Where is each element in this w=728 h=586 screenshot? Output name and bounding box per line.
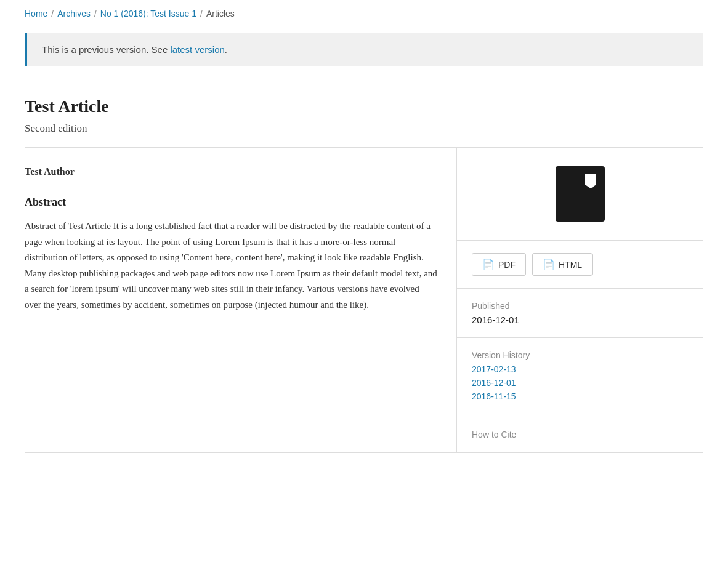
notice-text: This is a previous version. See: [42, 44, 170, 55]
published-date: 2016-12-01: [472, 315, 689, 325]
breadcrumb: Home / Archives / No 1 (2016): Test Issu…: [0, 0, 728, 27]
article-body: Test Author Abstract Abstract of Test Ar…: [25, 148, 703, 453]
document-icon: [556, 166, 605, 222]
html-download-button[interactable]: 📄 HTML: [532, 253, 593, 276]
article-sidebar: 📄 PDF 📄 HTML Published 2016-12-01 Versio…: [457, 148, 703, 452]
abstract-heading: Abstract: [25, 196, 438, 209]
breadcrumb-home-link[interactable]: Home: [25, 9, 47, 18]
how-to-cite-label: How to Cite: [472, 430, 689, 440]
version-history-section: Version History 2017-02-13 2016-12-01 20…: [457, 338, 703, 417]
breadcrumb-sep2: /: [94, 9, 97, 18]
how-to-cite-section: How to Cite: [457, 417, 703, 452]
published-label: Published: [472, 301, 689, 311]
list-item: 2016-11-15: [472, 391, 689, 402]
breadcrumb-current: Articles: [206, 9, 235, 18]
notice-banner: This is a previous version. See latest v…: [25, 33, 703, 66]
article-subtitle: Second edition: [25, 122, 703, 135]
article-title: Test Article: [25, 97, 703, 116]
download-section: 📄 PDF 📄 HTML: [457, 241, 703, 289]
version-link-2[interactable]: 2016-12-01: [472, 378, 516, 388]
breadcrumb-archives-link[interactable]: Archives: [57, 9, 91, 18]
notice-period: .: [225, 44, 227, 55]
list-item: 2017-02-13: [472, 364, 689, 375]
version-history-label: Version History: [472, 350, 689, 360]
author-name: Test Author: [25, 166, 438, 177]
pdf-label: PDF: [498, 260, 516, 270]
article-header: Test Article Second edition: [25, 78, 703, 148]
version-list: 2017-02-13 2016-12-01 2016-11-15: [472, 364, 689, 402]
html-icon: 📄: [543, 259, 555, 270]
latest-version-link[interactable]: latest version: [170, 44, 224, 55]
pdf-download-button[interactable]: 📄 PDF: [472, 253, 526, 276]
doc-icon-section: [457, 148, 703, 241]
version-link-3[interactable]: 2016-11-15: [472, 391, 516, 401]
main-content: Test Article Second edition Test Author …: [25, 78, 703, 453]
download-buttons: 📄 PDF 📄 HTML: [472, 253, 689, 276]
breadcrumb-sep3: /: [200, 9, 203, 18]
html-label: HTML: [559, 260, 582, 270]
abstract-text: Abstract of Test Article It is a long es…: [25, 219, 438, 313]
pdf-icon: 📄: [482, 259, 495, 270]
breadcrumb-issue-link[interactable]: No 1 (2016): Test Issue 1: [100, 9, 196, 18]
published-section: Published 2016-12-01: [457, 289, 703, 338]
article-main: Test Author Abstract Abstract of Test Ar…: [25, 148, 457, 452]
list-item: 2016-12-01: [472, 377, 689, 388]
version-link-1[interactable]: 2017-02-13: [472, 364, 516, 374]
breadcrumb-sep1: /: [51, 9, 54, 18]
